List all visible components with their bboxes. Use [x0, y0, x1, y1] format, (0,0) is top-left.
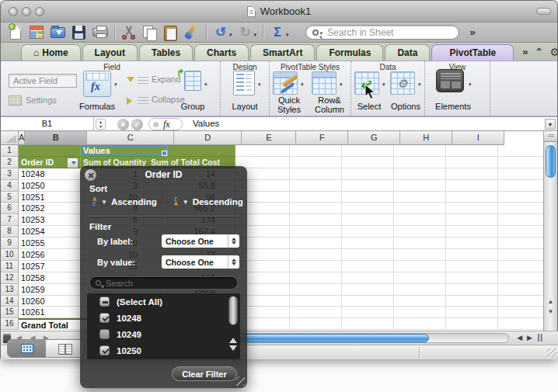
empty-cell[interactable] — [342, 307, 394, 318]
cell-column-a[interactable]: 10261 — [19, 307, 81, 318]
accept-entry-button[interactable]: ✓ — [131, 119, 143, 130]
cell-column-a[interactable]: 10248 — [19, 168, 81, 180]
empty-cell[interactable] — [446, 272, 498, 284]
cell-column-c[interactable] — [168, 145, 235, 157]
ribbon-tab[interactable]: SmartArt — [250, 44, 315, 61]
redo-button[interactable]: ↻ — [236, 24, 255, 41]
empty-cell[interactable] — [342, 261, 394, 272]
empty-cell[interactable] — [290, 145, 342, 157]
row-header[interactable]: 10 — [1, 249, 19, 261]
quick-styles-icon[interactable] — [273, 71, 298, 95]
ribbon-tab[interactable]: Tables — [139, 44, 193, 61]
empty-cell[interactable] — [446, 284, 498, 296]
empty-cell[interactable] — [394, 157, 446, 168]
cell-column-a[interactable] — [19, 145, 81, 157]
cell-column-a[interactable]: 10253 — [19, 214, 81, 226]
empty-cell[interactable] — [394, 180, 446, 192]
empty-cell[interactable] — [498, 214, 545, 226]
redo-dropdown-caret[interactable]: ▾ — [254, 32, 257, 38]
empty-cell[interactable] — [394, 249, 446, 261]
empty-cell[interactable] — [290, 296, 342, 307]
empty-cell[interactable] — [498, 192, 545, 203]
empty-cell[interactable] — [446, 157, 498, 168]
empty-cell[interactable] — [498, 318, 545, 330]
column-header[interactable]: A — [19, 131, 25, 145]
empty-cell[interactable] — [498, 296, 545, 307]
empty-cell[interactable] — [394, 238, 446, 249]
toolbar-overflow-button[interactable]: » — [470, 26, 476, 38]
empty-cell[interactable] — [446, 249, 498, 261]
empty-cell[interactable] — [342, 157, 394, 168]
row-header[interactable]: 4 — [1, 180, 19, 192]
checkbox-icon[interactable] — [99, 313, 110, 323]
elements-dropdown-caret[interactable]: ▾ — [469, 82, 472, 88]
normal-view-button[interactable] — [8, 340, 46, 357]
empty-cell[interactable] — [290, 238, 342, 249]
empty-cell[interactable] — [342, 272, 394, 284]
empty-cell[interactable] — [394, 261, 446, 272]
column-header[interactable]: B — [25, 131, 87, 145]
row-header[interactable]: 13 — [1, 284, 19, 296]
gallery-button[interactable] — [28, 24, 47, 41]
title-bar[interactable]: Workbook1 — [1, 1, 557, 23]
sort-ascending-button[interactable]: AZ ▼ Ascending — [92, 197, 157, 206]
empty-cell[interactable] — [446, 203, 498, 214]
empty-cell[interactable] — [498, 145, 545, 157]
by-value-dropdown[interactable]: Choose One — [162, 255, 239, 269]
formulas-icon[interactable]: fx — [83, 71, 111, 97]
empty-cell[interactable] — [498, 180, 545, 192]
empty-cell[interactable] — [235, 145, 290, 157]
column-header[interactable]: G — [348, 131, 400, 145]
ribbon-tab[interactable]: Layout — [82, 44, 138, 61]
empty-cell[interactable] — [290, 318, 342, 330]
empty-cell[interactable] — [446, 318, 498, 330]
options-icon[interactable]: ⚙ — [390, 71, 415, 95]
empty-cell[interactable] — [446, 296, 498, 307]
scroll-right-icon[interactable]: ▶ — [527, 334, 532, 342]
row-header[interactable]: 5 — [1, 192, 19, 203]
elements-button[interactable]: Elements — [428, 102, 478, 111]
ribbon-tab[interactable]: Charts — [194, 44, 249, 61]
ribbon-tab[interactable]: ⌂Home — [21, 44, 81, 61]
group-icon[interactable] — [184, 71, 201, 91]
select-button[interactable]: Select — [351, 102, 387, 111]
empty-cell[interactable] — [394, 192, 446, 203]
column-header[interactable]: E — [242, 131, 296, 145]
empty-cell[interactable] — [498, 157, 545, 168]
split-handle[interactable]: == — [544, 131, 557, 142]
quick-styles-dropdown-caret[interactable]: ▾ — [301, 82, 304, 88]
sort-descending-button[interactable]: ZA ▼ Descending — [174, 197, 243, 206]
empty-cell[interactable] — [290, 180, 342, 192]
cell-column-a[interactable]: 10256 — [19, 249, 81, 261]
empty-cell[interactable] — [290, 272, 342, 284]
elements-icon[interactable] — [436, 69, 464, 92]
column-header[interactable]: D — [174, 131, 242, 145]
select-all-corner[interactable] — [1, 131, 19, 145]
row-column-button[interactable]: Row& — [309, 95, 350, 105]
save-button[interactable] — [70, 24, 89, 41]
cell-column-a[interactable]: 10259 — [19, 284, 81, 296]
empty-cell[interactable] — [290, 261, 342, 272]
empty-cell[interactable] — [498, 249, 545, 261]
empty-cell[interactable] — [394, 168, 446, 180]
row-header[interactable]: 2 — [1, 157, 19, 168]
formulas-dropdown-caret[interactable]: ▾ — [114, 82, 117, 88]
undo-button[interactable]: ↺ — [211, 24, 230, 41]
window-resize-grip[interactable] — [547, 348, 557, 358]
empty-cell[interactable] — [342, 180, 394, 192]
cell-column-a[interactable]: 10254 — [19, 226, 81, 238]
row-header[interactable]: 1 — [1, 145, 19, 157]
popup-resize-grip[interactable] — [235, 376, 245, 386]
cell-column-a[interactable]: 10250 — [19, 180, 81, 192]
empty-cell[interactable] — [394, 226, 446, 238]
empty-cell[interactable] — [342, 168, 394, 180]
function-button-group[interactable]: fx — [148, 118, 183, 130]
horizontal-scroll-arrows[interactable]: ◀▶ — [512, 334, 532, 342]
empty-cell[interactable] — [498, 272, 545, 284]
empty-cell[interactable] — [394, 272, 446, 284]
formulas-button[interactable]: Formulas — [77, 102, 117, 111]
layout-dropdown-caret[interactable]: ▾ — [258, 82, 261, 88]
empty-cell[interactable] — [498, 238, 545, 249]
row-column-dropdown-caret[interactable]: ▾ — [340, 82, 343, 88]
empty-cell[interactable] — [446, 226, 498, 238]
